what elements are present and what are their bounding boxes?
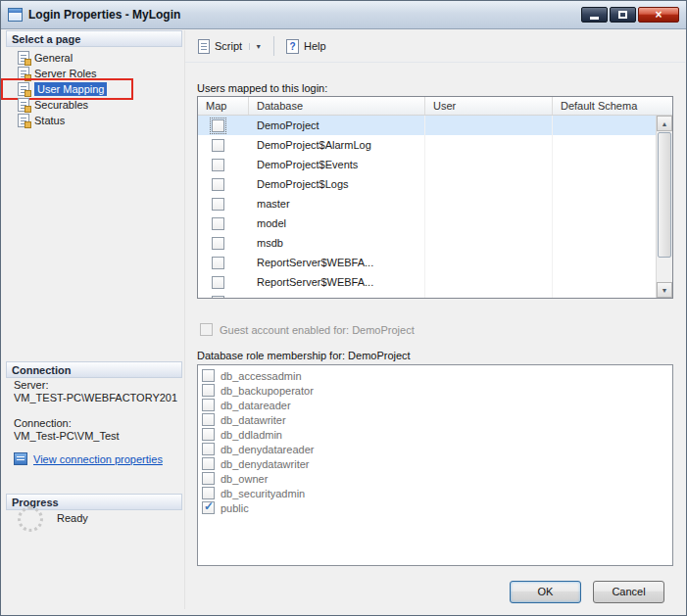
script-button[interactable]: Script ▼	[192, 35, 268, 58]
sidebar-page-item[interactable]: General	[6, 50, 182, 66]
role-checkbox[interactable]	[202, 487, 215, 499]
role-checkbox[interactable]	[202, 472, 215, 485]
role-list-item[interactable]: db_denydatareader	[202, 442, 672, 456]
map-checkbox[interactable]	[212, 276, 224, 289]
table-row[interactable]: msdb	[198, 233, 656, 253]
titlebar[interactable]: Login Properties - MyLogin ×	[1, 1, 686, 29]
guest-account-checkbox	[200, 323, 213, 336]
sidebar-page-label: Status	[34, 115, 65, 126]
role-list-item[interactable]: db_datareader	[202, 398, 672, 412]
maximize-button[interactable]	[610, 7, 636, 23]
role-list-item[interactable]: db_securityadmin	[202, 486, 672, 500]
cancel-button[interactable]: Cancel	[593, 581, 664, 603]
scroll-up-icon[interactable]: ▲	[657, 116, 672, 131]
database-cell: msdb	[249, 233, 425, 253]
role-checkbox[interactable]	[202, 428, 215, 441]
map-cell	[198, 237, 249, 250]
user-cell[interactable]	[425, 272, 553, 292]
window-title: Login Properties - MyLogin	[28, 8, 180, 22]
map-checkbox[interactable]	[212, 257, 224, 269]
role-label: db_denydatareader	[221, 444, 314, 455]
user-cell[interactable]	[425, 116, 553, 135]
column-header-database[interactable]: Database	[249, 97, 425, 115]
column-header-map[interactable]: Map	[198, 97, 249, 115]
scroll-down-icon[interactable]: ▼	[657, 282, 672, 298]
guest-account-label: Guest account enabled for: DemoProject	[220, 324, 415, 336]
server-label: Server:	[14, 379, 48, 391]
table-row[interactable]: DemoProject$Events	[198, 155, 656, 174]
map-checkbox[interactable]	[212, 139, 224, 152]
scrollbar-thumb[interactable]	[658, 132, 671, 258]
page-icon	[18, 98, 29, 112]
role-checkbox[interactable]	[202, 399, 215, 411]
role-checkbox[interactable]	[202, 369, 215, 382]
table-row[interactable]: DemoProject$AlarmLog	[198, 135, 656, 155]
table-row[interactable]: ReportServer$WEBFA...	[198, 272, 656, 292]
map-checkbox[interactable]	[212, 119, 224, 132]
script-button-label: Script	[215, 40, 242, 52]
close-button[interactable]: ×	[638, 7, 679, 23]
sidebar-page-item[interactable]: User Mapping	[6, 81, 182, 97]
database-cell: model	[249, 213, 425, 233]
sidebar-page-item[interactable]: Status	[6, 113, 182, 128]
sidebar-page-item[interactable]: Server Roles	[6, 66, 182, 81]
role-checkbox[interactable]	[202, 457, 215, 470]
role-list-item[interactable]: db_owner	[202, 471, 672, 486]
table-row[interactable]: DemoProject	[198, 116, 656, 135]
map-checkbox[interactable]	[212, 237, 224, 250]
column-header-user[interactable]: User	[425, 97, 553, 115]
help-button[interactable]: ? Help	[280, 35, 332, 58]
role-membership-label: Database role membership for: DemoProjec…	[197, 350, 411, 361]
role-label: public	[221, 502, 249, 514]
map-cell	[198, 119, 249, 132]
map-cell	[198, 198, 249, 211]
map-checkbox[interactable]	[212, 198, 224, 211]
table-row[interactable]: ReportServer$WEBFA...	[198, 253, 656, 272]
database-cell: master	[249, 194, 425, 213]
user-cell[interactable]	[425, 233, 553, 253]
role-checkbox[interactable]	[202, 443, 215, 455]
table-row[interactable]: master	[198, 194, 656, 213]
column-header-default-schema[interactable]: Default Schema	[553, 97, 672, 115]
role-list-item[interactable]: public	[202, 500, 672, 515]
minimize-button[interactable]	[581, 7, 608, 23]
user-cell[interactable]	[425, 292, 553, 298]
view-connection-properties-link[interactable]: View connection properties	[33, 453, 163, 465]
sidebar-page-item[interactable]: Securables	[6, 97, 182, 113]
page-icon	[18, 51, 29, 65]
table-row[interactable]: tempdb	[198, 292, 656, 298]
table-row[interactable]: model	[198, 213, 656, 233]
role-list-item[interactable]: db_backupoperator	[202, 383, 672, 398]
user-cell[interactable]	[425, 253, 553, 272]
script-dropdown-arrow-icon[interactable]: ▼	[249, 43, 262, 50]
table-body: DemoProject DemoProject$AlarmLog	[198, 116, 656, 298]
map-checkbox[interactable]	[212, 178, 224, 191]
panel-divider	[184, 30, 185, 609]
user-cell[interactable]	[425, 194, 553, 213]
role-label: db_ddladmin	[221, 429, 282, 441]
role-list-item[interactable]: db_datawriter	[202, 412, 672, 427]
role-list-item[interactable]: db_ddladmin	[202, 427, 672, 442]
ok-button[interactable]: OK	[510, 581, 581, 603]
user-cell[interactable]	[425, 174, 553, 194]
role-checkbox[interactable]	[202, 413, 215, 426]
user-cell[interactable]	[425, 155, 553, 174]
connection-value: VM_Test-PC\VM_Test	[14, 430, 120, 442]
toolbar: Script ▼ ? Help	[185, 30, 685, 63]
user-cell[interactable]	[425, 213, 553, 233]
role-list-item[interactable]: db_denydatawriter	[202, 456, 672, 471]
page-icon	[18, 82, 29, 96]
role-list-item[interactable]: db_accessadmin	[202, 368, 672, 383]
table-row[interactable]: DemoProject$Logs	[198, 174, 656, 194]
sidebar-page-label: Securables	[34, 99, 88, 111]
dialog-icon	[8, 8, 23, 22]
database-cell: DemoProject$AlarmLog	[249, 135, 425, 155]
role-checkbox[interactable]	[202, 384, 215, 397]
map-checkbox[interactable]	[212, 217, 224, 230]
map-checkbox[interactable]	[212, 296, 224, 299]
user-cell[interactable]	[425, 135, 553, 155]
role-checkbox[interactable]	[202, 501, 215, 514]
table-scrollbar[interactable]: ▲ ▼	[656, 116, 672, 298]
maximize-icon	[618, 11, 627, 19]
map-checkbox[interactable]	[212, 159, 224, 171]
